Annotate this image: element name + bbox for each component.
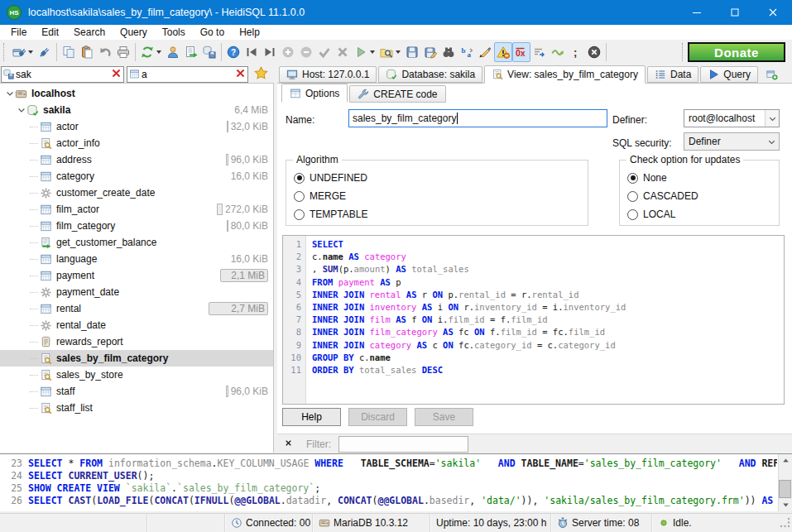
expand-chevron-icon[interactable] xyxy=(5,89,15,98)
scrollbar-thumb[interactable] xyxy=(779,480,791,498)
favorites-filter-button[interactable] xyxy=(254,66,268,83)
menu-help[interactable]: Help xyxy=(232,25,267,40)
menu-file[interactable]: File xyxy=(3,25,34,40)
tree-item-language[interactable]: language16,0 KiB xyxy=(0,251,273,267)
insert-row-button[interactable] xyxy=(279,42,297,62)
combo-arrow-icon[interactable] xyxy=(765,133,779,150)
view-binary-as-text-button[interactable]: 0x xyxy=(512,42,530,62)
tree-item-get-customer-balance[interactable]: get_customer_balance xyxy=(0,234,273,251)
toolbar-grip[interactable] xyxy=(3,43,7,61)
sql-security-combobox[interactable]: Definer xyxy=(684,132,780,151)
table-filter-input[interactable] xyxy=(142,69,233,80)
maximize-button[interactable] xyxy=(716,0,754,25)
query-warnings-button[interactable] xyxy=(494,42,512,62)
donate-toolbar-grip[interactable] xyxy=(682,43,683,61)
tree-item-address[interactable]: address96,0 KiB xyxy=(0,151,273,168)
copy-button[interactable] xyxy=(60,42,78,62)
tab-data[interactable]: Data xyxy=(647,66,698,83)
filter-close-icon[interactable] xyxy=(284,439,293,450)
tab-options[interactable]: Options xyxy=(281,84,348,103)
close-button[interactable] xyxy=(754,0,792,25)
reconnect-button[interactable] xyxy=(549,42,567,62)
clear-table-filter-button[interactable] xyxy=(235,68,246,81)
tree-item-film-actor[interactable]: film_actor272,0 KiB xyxy=(0,201,273,218)
expand-chevron-icon[interactable] xyxy=(17,105,26,115)
check-option-radio-local[interactable]: LOCAL xyxy=(627,205,779,223)
tree-item-staff[interactable]: staff96,0 KiB xyxy=(0,383,273,400)
algorithm-radio-undefined[interactable]: UNDEFINED xyxy=(294,169,588,187)
send-delimiter-button[interactable]: ; xyxy=(567,42,585,62)
discard-button[interactable]: Discard xyxy=(348,408,407,426)
cancel-editing-button[interactable] xyxy=(334,42,352,62)
filter-input[interactable] xyxy=(338,436,468,453)
session-manager-button[interactable] xyxy=(10,42,36,62)
tree-item-actor-info[interactable]: actor_info xyxy=(0,135,273,151)
donate-button[interactable]: Donate xyxy=(688,42,785,62)
undo-button[interactable] xyxy=(96,42,114,62)
minimize-button[interactable] xyxy=(678,0,716,25)
tree-item-payment-date[interactable]: payment_date xyxy=(0,284,273,300)
tree-item-customer-create-date[interactable]: customer_create_date xyxy=(0,185,273,201)
definer-combobox[interactable]: root@localhost xyxy=(684,109,780,127)
load-sql-file-button[interactable] xyxy=(377,42,403,62)
tab-create-code[interactable]: CREATE code xyxy=(349,85,445,103)
view-select-editor[interactable]: 1SELECT2c.name AS category3, SUM(p.amoun… xyxy=(282,235,785,405)
view-name-input[interactable]: sales_by_film_category xyxy=(348,109,607,127)
tree-item-localhost[interactable]: localhost xyxy=(0,85,273,102)
paste-button[interactable] xyxy=(78,42,96,62)
tab-view[interactable]: View: sales_by_film_category xyxy=(484,65,646,84)
database-filter-box[interactable] xyxy=(1,66,124,83)
save-button[interactable]: Save xyxy=(415,408,473,426)
menu-go-to[interactable]: Go to xyxy=(193,25,232,40)
tab-query[interactable]: Query xyxy=(700,66,758,83)
last-row-button[interactable] xyxy=(261,42,279,62)
bind-parameters-button[interactable] xyxy=(530,42,549,62)
scroll-down-button[interactable] xyxy=(779,499,792,511)
refresh-button[interactable] xyxy=(138,42,164,62)
new-query-tab-button[interactable] xyxy=(760,66,785,83)
sql-log[interactable]: 23SELECT * FROM information_schema.KEY_C… xyxy=(0,453,792,511)
save-sql-button[interactable] xyxy=(403,42,421,62)
check-option-radio-cascaded[interactable]: CASCADED xyxy=(627,187,779,205)
tab-database[interactable]: Database: sakila xyxy=(378,66,482,83)
menu-tools[interactable]: Tools xyxy=(155,25,193,40)
tree-item-staff-list[interactable]: staff_list xyxy=(0,400,273,416)
user-manager-button[interactable] xyxy=(164,42,182,62)
tree-item-sakila[interactable]: sakila6,4 MiB xyxy=(0,102,273,118)
change-case-button[interactable]: ba xyxy=(458,42,476,62)
tree-item-sales-by-store[interactable]: sales_by_store xyxy=(0,367,273,383)
menu-edit[interactable]: Edit xyxy=(34,25,66,40)
tab-host[interactable]: Host: 127.0.0.1 xyxy=(279,66,377,83)
help-button[interactable]: Help xyxy=(282,408,341,426)
algorithm-radio-temptable[interactable]: TEMPTABLE xyxy=(294,205,588,223)
disconnect-button[interactable] xyxy=(36,42,54,62)
tree-item-payment[interactable]: payment2,1 MiB xyxy=(0,267,273,284)
tree-item-film-category[interactable]: film_category80,0 KiB xyxy=(0,218,273,234)
delete-row-button[interactable] xyxy=(297,42,315,62)
tree-item-sales-by-film-category[interactable]: sales_by_film_category xyxy=(0,350,273,367)
menu-search[interactable]: Search xyxy=(66,25,113,40)
save-database-button[interactable] xyxy=(200,42,218,62)
tree-item-actor[interactable]: actor32,0 KiB xyxy=(0,118,273,135)
menu-query[interactable]: Query xyxy=(113,25,155,40)
algorithm-radio-merge[interactable]: MERGE xyxy=(294,187,588,205)
database-filter-input[interactable] xyxy=(16,69,109,80)
reformat-sql-button[interactable] xyxy=(476,42,494,62)
database-tree[interactable]: localhostsakila6,4 MiBactor32,0 KiBactor… xyxy=(0,83,274,453)
tree-item-rental-date[interactable]: rental_date xyxy=(0,317,273,333)
tree-item-category[interactable]: category16,0 KiB xyxy=(0,168,273,185)
save-sql-as-button[interactable] xyxy=(421,42,439,62)
stop-query-button[interactable] xyxy=(585,42,603,62)
combo-arrow-icon[interactable] xyxy=(765,110,779,127)
tree-item-rewards-report[interactable]: rewards_report xyxy=(0,333,273,350)
clear-database-filter-button[interactable] xyxy=(111,68,122,81)
post-changes-button[interactable] xyxy=(315,42,334,62)
help-button[interactable]: ? xyxy=(224,42,242,62)
print-button[interactable] xyxy=(114,42,132,62)
scroll-up-button[interactable] xyxy=(779,454,792,467)
export-database-as-sql-button[interactable] xyxy=(182,42,200,62)
check-option-radio-none[interactable]: None xyxy=(627,169,779,187)
resize-grip[interactable] xyxy=(778,515,791,531)
tree-item-rental[interactable]: rental2,7 MiB xyxy=(0,300,273,317)
execute-sql-button[interactable] xyxy=(352,42,377,62)
